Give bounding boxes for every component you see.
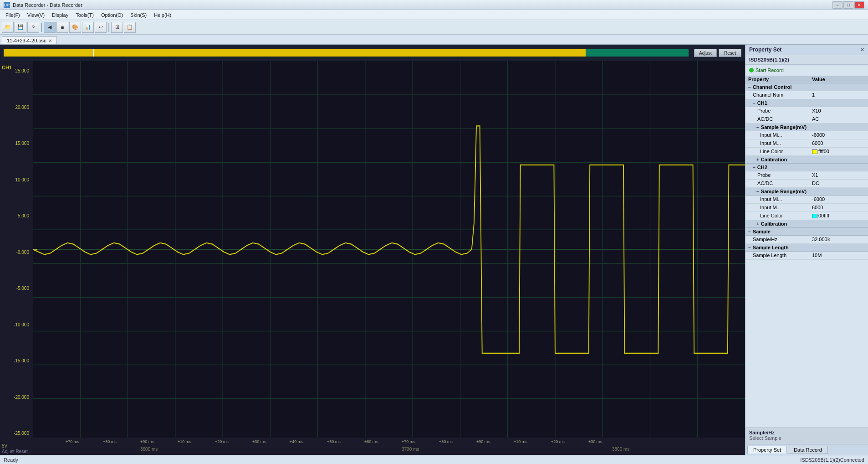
prop-val-sample-length[interactable]: 10M <box>809 252 868 259</box>
chart-main[interactable]: --- <box>33 61 745 438</box>
prop-val-inputmax-ch1[interactable]: 6000 <box>809 139 868 147</box>
x-section-3600: 3600 ms <box>140 447 158 452</box>
menu-display[interactable]: Display <box>48 11 72 19</box>
x-tick-5: +20 ms <box>215 439 229 444</box>
device-name: ISDS205B(1.1)(2) <box>745 55 868 65</box>
menu-view[interactable]: View(V) <box>24 11 48 19</box>
collapse-sample-ch1[interactable]: − <box>756 125 759 130</box>
tab-property-set[interactable]: Property Set <box>747 446 787 454</box>
separator-1 <box>41 23 42 32</box>
prop-val-acdc-ch2[interactable]: DC <box>809 180 868 187</box>
section-calibration-ch1-label: Calibration <box>761 157 787 162</box>
section-calibration-ch1[interactable]: + Calibration <box>745 156 868 164</box>
collapse-sample-length[interactable]: − <box>748 245 751 250</box>
tool-save[interactable]: 💾 <box>15 22 26 33</box>
tab-close-icon[interactable]: ✕ <box>48 38 52 43</box>
close-button[interactable]: ✕ <box>854 1 864 9</box>
y-label-n25: -25.000 <box>2 431 31 436</box>
prop-val-sample-hz[interactable]: 32.000K <box>809 236 868 243</box>
toolbar: 📁 💾 ? ◀ ■ 🎨 📊 ↩ ⊞ 📋 <box>0 20 868 35</box>
x-section-3700: 3700 ms <box>402 447 419 452</box>
section-ch1[interactable]: − CH1 <box>745 99 868 107</box>
section-channel-control[interactable]: − Channel Control <box>745 83 868 91</box>
right-panel-pin[interactable]: ✕ <box>860 47 864 53</box>
y-label-n5: -5.000 <box>2 286 31 291</box>
minimize-button[interactable]: − <box>832 1 842 9</box>
collapse-ch2[interactable]: − <box>753 165 756 170</box>
collapse-channel-control[interactable]: − <box>748 85 751 90</box>
section-sample-length-label: Sample Length <box>753 245 789 250</box>
tool-cursor[interactable]: ◀ <box>44 22 56 33</box>
prop-name-probe-ch2: Probe <box>745 171 809 179</box>
prop-val-channel-num[interactable]: 1 <box>809 91 868 99</box>
right-panel-title: Property Set <box>749 46 781 53</box>
collapse-calibration-ch2[interactable]: + <box>756 222 759 227</box>
prop-ch2-probe: Probe X1 <box>745 171 868 180</box>
reset-button[interactable]: Reset <box>719 49 741 57</box>
start-record-button[interactable]: Start Record <box>749 67 864 73</box>
section-sample-range-ch1[interactable]: − Sample Range(mV) <box>745 124 868 131</box>
timeline-bar: Adjust Reset <box>0 45 745 61</box>
tool-color[interactable]: 🎨 <box>69 22 81 33</box>
bottom-tabs: Property Set Data Record <box>745 444 868 455</box>
menu-help[interactable]: Help(H) <box>150 11 175 19</box>
prop-val-inputmin-ch2[interactable]: -6000 <box>809 196 868 203</box>
tool-table[interactable]: 📋 <box>124 22 136 33</box>
tool-undo[interactable]: ↩ <box>95 22 107 33</box>
x-tick-14: +20 ms <box>551 439 565 444</box>
x-tick-1: +70 ms <box>66 439 79 444</box>
adjust-button[interactable]: Adjust <box>694 49 717 57</box>
prop-val-inputmax-ch2[interactable]: 6000 <box>809 204 868 211</box>
status-bar: Ready ISDS205B(1.1)(2)Connected <box>0 455 868 464</box>
section-sample-range-ch2[interactable]: − Sample Range(mV) <box>745 188 868 196</box>
section-sample[interactable]: − Sample <box>745 228 868 236</box>
collapse-sample[interactable]: − <box>748 229 751 234</box>
prop-sample-hz: Sample/Hz 32.000K <box>745 236 868 244</box>
x-axis-inner: +70 ms +80 ms +90 ms +10 ms +20 ms +30 m… <box>66 438 745 455</box>
tool-measure[interactable]: 📊 <box>82 22 94 33</box>
tool-grid[interactable]: ⊞ <box>111 22 123 33</box>
menu-tools[interactable]: Tools(T) <box>72 11 97 19</box>
tool-help[interactable]: ? <box>27 22 39 33</box>
x-tick-15: +30 ms <box>588 439 602 444</box>
maximize-button[interactable]: □ <box>843 1 853 9</box>
status-right-text: ISDS205B(1.1)(2)Connected <box>800 457 864 463</box>
section-sample-range-ch2-label: Sample Range(mV) <box>761 189 807 194</box>
y-axis: CH1 25.000 20.000 15.000 10.000 5.000 -0… <box>0 61 33 438</box>
section-sample-length[interactable]: − Sample Length <box>745 244 868 252</box>
y-label-5: 5.000 <box>2 213 31 218</box>
prop-val-inputmin-ch1[interactable]: -6000 <box>809 131 868 139</box>
section-ch2[interactable]: − CH2 <box>745 164 868 171</box>
prop-ch2-inputmin: Input Mi... -6000 <box>745 196 868 204</box>
collapse-ch1[interactable]: − <box>753 101 756 106</box>
menu-file[interactable]: File(F) <box>2 11 24 19</box>
ch1-label: CH1 <box>2 65 14 70</box>
tab-data-record[interactable]: Data Record <box>788 446 828 454</box>
prop-ch1-inputmax: Input M... 6000 <box>745 139 868 148</box>
tab-file[interactable]: 11-4+23-4-20.osc ✕ <box>2 36 57 44</box>
prop-ch2-linecolor: Line Color 00ffff <box>745 212 868 220</box>
collapse-calibration-ch1[interactable]: + <box>756 157 759 162</box>
chart-panel: Adjust Reset CH1 25.000 20.000 15.000 10… <box>0 45 745 455</box>
prop-sample-length: Sample Length 10M <box>745 252 868 260</box>
prop-val-linecolor-ch1[interactable]: ffff00 <box>809 148 868 155</box>
menu-skin[interactable]: Skin(S) <box>127 11 150 19</box>
y-label-0: -0.000 <box>2 250 31 255</box>
start-record-label: Start Record <box>756 67 784 73</box>
prop-name-linecolor-ch2: Line Color <box>745 212 809 220</box>
prop-val-probe-ch2[interactable]: X1 <box>809 171 868 179</box>
section-ch1-label: CH1 <box>757 100 767 106</box>
tool-stop[interactable]: ■ <box>56 22 68 33</box>
collapse-sample-ch2[interactable]: − <box>756 189 759 194</box>
property-table: Property Value − Channel Control Channel… <box>745 76 868 428</box>
prop-val-probe-ch1[interactable]: X10 <box>809 107 868 115</box>
menu-option[interactable]: Option(O) <box>97 11 127 19</box>
tool-open[interactable]: 📁 <box>2 22 14 33</box>
y-label-20: 20.000 <box>2 105 31 110</box>
x-tick-7: +40 ms <box>290 439 303 444</box>
section-calibration-ch2[interactable]: + Calibration <box>745 220 868 228</box>
prop-name-acdc-ch1: AC/DC <box>745 115 809 123</box>
timeline-track[interactable] <box>4 49 689 57</box>
prop-val-acdc-ch1[interactable]: AC <box>809 115 868 123</box>
prop-val-linecolor-ch2[interactable]: 00ffff <box>809 212 868 220</box>
